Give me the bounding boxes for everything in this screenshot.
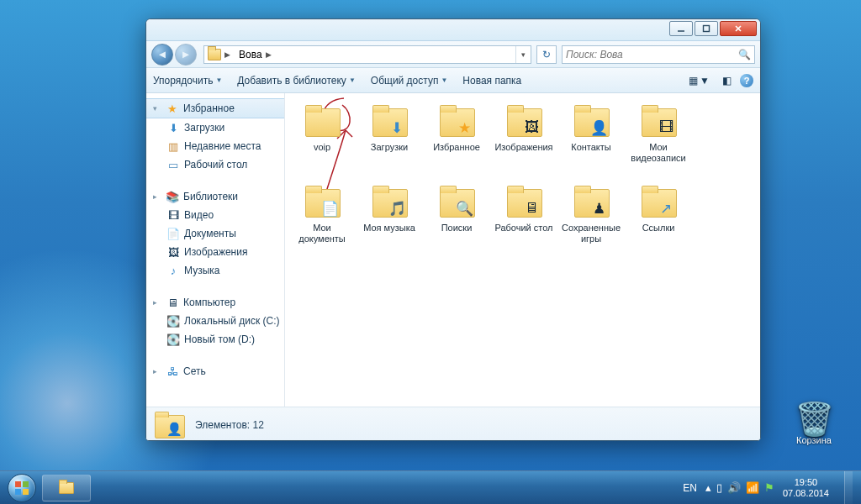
recycle-bin-icon: 🗑️ — [784, 403, 844, 435]
sidebar-item-drive-d[interactable]: 💽Новый том (D:) — [146, 330, 284, 349]
toolbar: Упорядочить▼ Добавить в библиотеку▼ Общи… — [146, 68, 760, 93]
forward-button[interactable]: ► — [175, 44, 197, 66]
language-indicator[interactable]: EN — [683, 482, 697, 494]
sidebar-network[interactable]: ▸🖧Сеть — [146, 362, 284, 381]
search-input[interactable]: Поиск: Вова 🔍 — [562, 45, 755, 64]
folder-item[interactable]: ♟Сохраненные игры — [557, 182, 625, 263]
preview-pane-button[interactable]: ◧ — [722, 75, 732, 87]
svg-rect-1 — [704, 26, 710, 32]
folder-label: Изображения — [494, 142, 552, 153]
action-center-icon[interactable]: ⚑ — [764, 481, 774, 494]
folder-label: Избранное — [433, 142, 480, 153]
address-bar[interactable]: ▶ Вова ▶ ▾ — [203, 45, 531, 64]
breadcrumb-current[interactable]: Вова — [239, 49, 262, 60]
svg-rect-7 — [23, 489, 29, 495]
folder-item[interactable]: 👤Контакты — [557, 102, 625, 182]
drive-icon: 💽 — [166, 333, 180, 346]
recycle-bin[interactable]: 🗑️ Корзина — [784, 403, 844, 445]
folder-overlay-icon: 📄 — [320, 199, 339, 218]
folder-item[interactable]: 🎞Мои видеозаписи — [625, 102, 692, 182]
refresh-button[interactable]: ↻ — [536, 45, 557, 64]
folder-item[interactable]: 🖥Рабочий стол — [490, 182, 557, 263]
sidebar-libraries[interactable]: ▸📚Библиотеки — [146, 187, 284, 206]
folder-label: voip — [314, 142, 330, 153]
folder-item[interactable]: 🎵Моя музыка — [356, 182, 423, 263]
clock-time: 19:50 — [783, 477, 829, 488]
maximize-button[interactable] — [695, 21, 718, 36]
share-button[interactable]: Общий доступ▼ — [371, 75, 448, 87]
folder-label: Ссылки — [642, 223, 675, 234]
folder-overlay-icon: 🖼 — [522, 118, 541, 137]
video-icon: 🎞 — [166, 208, 180, 222]
folder-item[interactable]: voip — [288, 102, 356, 182]
sidebar-item-recent[interactable]: ▥Недавние места — [146, 137, 284, 155]
details-count: Элементов: 12 — [195, 419, 264, 431]
add-to-library-button[interactable]: Добавить в библиотеку▼ — [237, 75, 355, 87]
folder-label: Мои видеозаписи — [625, 142, 692, 163]
folder-overlay-icon: 🔍 — [455, 199, 473, 218]
sidebar: ▾★Избранное ⬇Загрузки ▥Недавние места ▭Р… — [146, 93, 285, 407]
show-desktop-button[interactable] — [844, 471, 853, 505]
explorer-icon — [59, 482, 74, 494]
folder-content[interactable]: voip⬇Загрузки★Избранное🖼Изображения👤Конт… — [285, 93, 760, 407]
folder-item[interactable]: ★Избранное — [423, 102, 490, 182]
download-icon: ⬇ — [166, 121, 180, 134]
start-button[interactable] — [5, 471, 39, 505]
library-icon: 📚 — [166, 190, 179, 203]
clock-date: 07.08.2014 — [783, 488, 829, 499]
windows-orb-icon — [8, 474, 36, 502]
search-icon: 🔍 — [738, 49, 751, 60]
folder-item[interactable]: 🔍Поиски — [423, 182, 490, 263]
nav-buttons: ◄ ► — [151, 44, 198, 66]
svg-rect-4 — [15, 481, 21, 487]
sidebar-item-documents[interactable]: 📄Документы — [146, 224, 284, 243]
search-placeholder: Поиск: Вова — [566, 49, 623, 60]
sidebar-item-video[interactable]: 🎞Видео — [146, 206, 284, 224]
sidebar-computer[interactable]: ▸🖥Компьютер — [146, 293, 284, 312]
folder-label: Рабочий стол — [494, 223, 552, 234]
explorer-window: ◄ ► ▶ Вова ▶ ▾ ↻ Поиск: Вова 🔍 Упорядочи… — [145, 18, 761, 441]
details-pane: 👤 Элементов: 12 — [146, 407, 760, 441]
folder-label: Загрузки — [371, 142, 408, 153]
folder-label: Контакты — [571, 142, 611, 153]
folder-item[interactable]: 🖼Изображения — [490, 102, 557, 182]
view-grid-icon: ▦ — [689, 75, 698, 87]
network-tray-icon[interactable]: 📶 — [746, 481, 759, 494]
help-icon[interactable]: ? — [740, 74, 753, 87]
nav-row: ◄ ► ▶ Вова ▶ ▾ ↻ Поиск: Вова 🔍 — [146, 41, 760, 68]
folder-item[interactable]: 📄Мои документы — [288, 182, 356, 263]
sidebar-item-drive-c[interactable]: 💽Локальный диск (C:) — [146, 312, 284, 330]
sidebar-favorites[interactable]: ▾★Избранное — [146, 98, 284, 118]
folder-item[interactable]: ↗Ссылки — [625, 182, 692, 263]
clock[interactable]: 19:50 07.08.2014 — [783, 477, 829, 498]
folder-overlay-icon: ♟ — [589, 199, 608, 218]
sidebar-item-downloads[interactable]: ⬇Загрузки — [146, 118, 284, 137]
folder-label: Мои документы — [288, 223, 356, 244]
close-button[interactable] — [720, 21, 757, 36]
folder-icon — [302, 103, 342, 140]
folder-label: Поиски — [441, 223, 473, 234]
svg-rect-5 — [23, 481, 29, 487]
organize-button[interactable]: Упорядочить▼ — [153, 75, 222, 87]
sidebar-item-images[interactable]: 🖼Изображения — [146, 243, 284, 261]
computer-icon: 🖥 — [166, 296, 179, 309]
volume-icon[interactable]: 🔊 — [727, 481, 741, 494]
tray-chevron-icon[interactable]: ▴ — [705, 481, 711, 494]
battery-icon[interactable]: ▯ — [716, 481, 722, 494]
folder-overlay-icon: ↗ — [657, 199, 675, 218]
taskbar-explorer[interactable] — [42, 475, 91, 501]
folder-item[interactable]: ⬇Загрузки — [356, 102, 423, 182]
address-dropdown[interactable]: ▾ — [515, 46, 531, 63]
svg-rect-6 — [15, 489, 21, 495]
taskbar: EN ▴ ▯ 🔊 📶 ⚑ 19:50 07.08.2014 — [0, 470, 861, 504]
image-icon: 🖼 — [166, 245, 180, 259]
sidebar-item-music[interactable]: ♪Музыка — [146, 261, 284, 280]
back-button[interactable]: ◄ — [151, 44, 173, 66]
desktop-icon: ▭ — [166, 158, 180, 171]
folder-overlay-icon: 👤 — [589, 118, 608, 137]
user-folder-icon — [208, 48, 221, 61]
view-mode-button[interactable]: ▦▼ — [684, 72, 714, 89]
sidebar-item-desktop[interactable]: ▭Рабочий стол — [146, 155, 284, 174]
new-folder-button[interactable]: Новая папка — [462, 75, 521, 87]
minimize-button[interactable] — [669, 21, 693, 36]
